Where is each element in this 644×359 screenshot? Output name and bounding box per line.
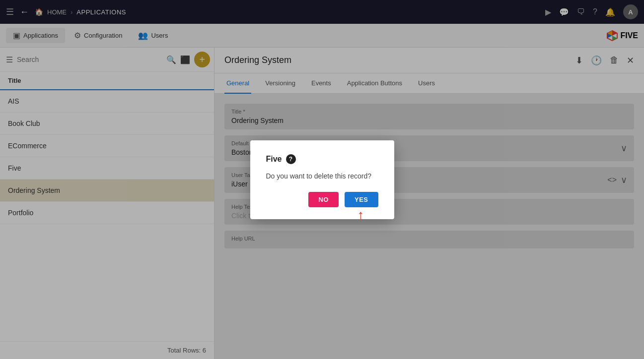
confirm-dialog: Five ? Do you want to delete this record… — [250, 140, 394, 219]
yes-button[interactable]: YES — [345, 192, 378, 207]
dialog-title-text: Five — [266, 155, 282, 164]
no-button[interactable]: NO — [308, 192, 339, 207]
dialog-help-badge: ? — [286, 154, 296, 164]
dialog-overlay: Five ? Do you want to delete this record… — [0, 0, 644, 359]
dialog-message: Do you want to delete this record? — [266, 172, 378, 180]
arrow-indicator: ↑ — [358, 208, 364, 222]
dialog-buttons: NO YES ↑ — [266, 192, 378, 207]
dialog-title: Five ? — [266, 154, 378, 164]
